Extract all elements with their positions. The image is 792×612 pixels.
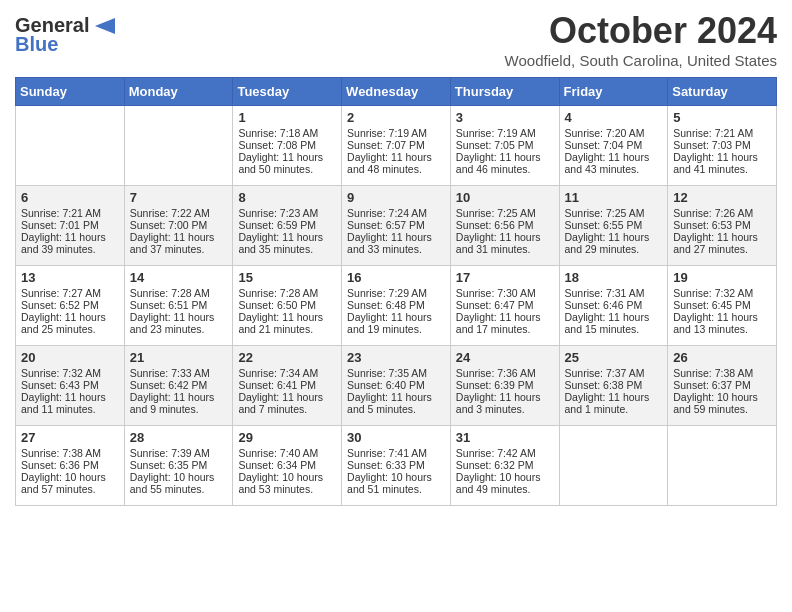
day-info: Daylight: 11 hours and 33 minutes. <box>347 231 445 255</box>
day-info: Sunset: 6:59 PM <box>238 219 336 231</box>
calendar-body: 1Sunrise: 7:18 AMSunset: 7:08 PMDaylight… <box>16 106 777 506</box>
day-number: 11 <box>565 190 663 205</box>
calendar-cell: 28Sunrise: 7:39 AMSunset: 6:35 PMDayligh… <box>124 426 233 506</box>
calendar-cell: 22Sunrise: 7:34 AMSunset: 6:41 PMDayligh… <box>233 346 342 426</box>
calendar-cell: 11Sunrise: 7:25 AMSunset: 6:55 PMDayligh… <box>559 186 668 266</box>
calendar-cell: 15Sunrise: 7:28 AMSunset: 6:50 PMDayligh… <box>233 266 342 346</box>
calendar-cell: 27Sunrise: 7:38 AMSunset: 6:36 PMDayligh… <box>16 426 125 506</box>
day-info: Sunset: 7:03 PM <box>673 139 771 151</box>
calendar-header: SundayMondayTuesdayWednesdayThursdayFrid… <box>16 78 777 106</box>
day-number: 28 <box>130 430 228 445</box>
day-info: Daylight: 11 hours and 41 minutes. <box>673 151 771 175</box>
day-number: 7 <box>130 190 228 205</box>
calendar-cell: 24Sunrise: 7:36 AMSunset: 6:39 PMDayligh… <box>450 346 559 426</box>
calendar-cell: 12Sunrise: 7:26 AMSunset: 6:53 PMDayligh… <box>668 186 777 266</box>
day-info: Daylight: 10 hours and 55 minutes. <box>130 471 228 495</box>
day-number: 8 <box>238 190 336 205</box>
day-number: 14 <box>130 270 228 285</box>
day-info: Sunrise: 7:23 AM <box>238 207 336 219</box>
logo: General Blue <box>15 14 119 56</box>
day-info: Daylight: 11 hours and 21 minutes. <box>238 311 336 335</box>
header-day: Tuesday <box>233 78 342 106</box>
header-day: Monday <box>124 78 233 106</box>
calendar-cell: 6Sunrise: 7:21 AMSunset: 7:01 PMDaylight… <box>16 186 125 266</box>
day-info: Sunrise: 7:39 AM <box>130 447 228 459</box>
calendar-cell: 13Sunrise: 7:27 AMSunset: 6:52 PMDayligh… <box>16 266 125 346</box>
day-info: Sunrise: 7:22 AM <box>130 207 228 219</box>
day-number: 12 <box>673 190 771 205</box>
day-info: Sunset: 7:07 PM <box>347 139 445 151</box>
day-number: 30 <box>347 430 445 445</box>
day-info: Sunrise: 7:19 AM <box>456 127 554 139</box>
logo-icon <box>91 16 119 36</box>
calendar-cell: 18Sunrise: 7:31 AMSunset: 6:46 PMDayligh… <box>559 266 668 346</box>
day-info: Sunrise: 7:40 AM <box>238 447 336 459</box>
day-info: Daylight: 11 hours and 43 minutes. <box>565 151 663 175</box>
calendar-cell <box>16 106 125 186</box>
calendar-cell: 9Sunrise: 7:24 AMSunset: 6:57 PMDaylight… <box>342 186 451 266</box>
page-header: General Blue October 2024 Woodfield, Sou… <box>15 10 777 69</box>
day-number: 4 <box>565 110 663 125</box>
calendar-cell <box>559 426 668 506</box>
day-info: Sunset: 6:48 PM <box>347 299 445 311</box>
day-info: Daylight: 11 hours and 27 minutes. <box>673 231 771 255</box>
day-info: Sunrise: 7:21 AM <box>21 207 119 219</box>
day-info: Sunrise: 7:32 AM <box>21 367 119 379</box>
day-info: Sunrise: 7:27 AM <box>21 287 119 299</box>
month-title: October 2024 <box>505 10 777 52</box>
calendar-cell: 4Sunrise: 7:20 AMSunset: 7:04 PMDaylight… <box>559 106 668 186</box>
day-number: 3 <box>456 110 554 125</box>
day-info: Sunrise: 7:32 AM <box>673 287 771 299</box>
day-number: 2 <box>347 110 445 125</box>
day-number: 13 <box>21 270 119 285</box>
day-number: 19 <box>673 270 771 285</box>
day-number: 20 <box>21 350 119 365</box>
calendar-cell <box>124 106 233 186</box>
day-info: Daylight: 10 hours and 59 minutes. <box>673 391 771 415</box>
day-info: Daylight: 11 hours and 11 minutes. <box>21 391 119 415</box>
day-info: Daylight: 10 hours and 49 minutes. <box>456 471 554 495</box>
location-subtitle: Woodfield, South Carolina, United States <box>505 52 777 69</box>
day-info: Sunset: 6:37 PM <box>673 379 771 391</box>
day-info: Sunset: 6:51 PM <box>130 299 228 311</box>
header-day: Thursday <box>450 78 559 106</box>
day-info: Sunrise: 7:25 AM <box>456 207 554 219</box>
calendar-cell: 16Sunrise: 7:29 AMSunset: 6:48 PMDayligh… <box>342 266 451 346</box>
day-info: Sunrise: 7:34 AM <box>238 367 336 379</box>
calendar-cell: 5Sunrise: 7:21 AMSunset: 7:03 PMDaylight… <box>668 106 777 186</box>
day-info: Daylight: 11 hours and 1 minute. <box>565 391 663 415</box>
day-info: Daylight: 11 hours and 46 minutes. <box>456 151 554 175</box>
day-info: Sunset: 7:01 PM <box>21 219 119 231</box>
day-info: Daylight: 11 hours and 35 minutes. <box>238 231 336 255</box>
header-day: Friday <box>559 78 668 106</box>
header-row: SundayMondayTuesdayWednesdayThursdayFrid… <box>16 78 777 106</box>
day-info: Sunset: 6:36 PM <box>21 459 119 471</box>
day-info: Sunset: 6:40 PM <box>347 379 445 391</box>
calendar-cell: 21Sunrise: 7:33 AMSunset: 6:42 PMDayligh… <box>124 346 233 426</box>
header-day: Saturday <box>668 78 777 106</box>
calendar-week-row: 6Sunrise: 7:21 AMSunset: 7:01 PMDaylight… <box>16 186 777 266</box>
day-info: Sunrise: 7:38 AM <box>673 367 771 379</box>
day-number: 29 <box>238 430 336 445</box>
day-number: 27 <box>21 430 119 445</box>
day-info: Sunset: 6:46 PM <box>565 299 663 311</box>
calendar-table: SundayMondayTuesdayWednesdayThursdayFrid… <box>15 77 777 506</box>
calendar-cell: 3Sunrise: 7:19 AMSunset: 7:05 PMDaylight… <box>450 106 559 186</box>
day-info: Sunset: 6:43 PM <box>21 379 119 391</box>
day-info: Sunset: 6:32 PM <box>456 459 554 471</box>
day-info: Sunrise: 7:26 AM <box>673 207 771 219</box>
day-info: Sunset: 6:50 PM <box>238 299 336 311</box>
calendar-cell: 29Sunrise: 7:40 AMSunset: 6:34 PMDayligh… <box>233 426 342 506</box>
day-number: 18 <box>565 270 663 285</box>
day-info: Sunset: 6:47 PM <box>456 299 554 311</box>
calendar-cell: 31Sunrise: 7:42 AMSunset: 6:32 PMDayligh… <box>450 426 559 506</box>
header-day: Wednesday <box>342 78 451 106</box>
day-info: Sunset: 6:53 PM <box>673 219 771 231</box>
day-info: Daylight: 11 hours and 25 minutes. <box>21 311 119 335</box>
day-info: Daylight: 11 hours and 15 minutes. <box>565 311 663 335</box>
calendar-week-row: 13Sunrise: 7:27 AMSunset: 6:52 PMDayligh… <box>16 266 777 346</box>
day-info: Sunset: 6:33 PM <box>347 459 445 471</box>
day-info: Sunset: 6:52 PM <box>21 299 119 311</box>
calendar-week-row: 27Sunrise: 7:38 AMSunset: 6:36 PMDayligh… <box>16 426 777 506</box>
day-info: Sunrise: 7:29 AM <box>347 287 445 299</box>
